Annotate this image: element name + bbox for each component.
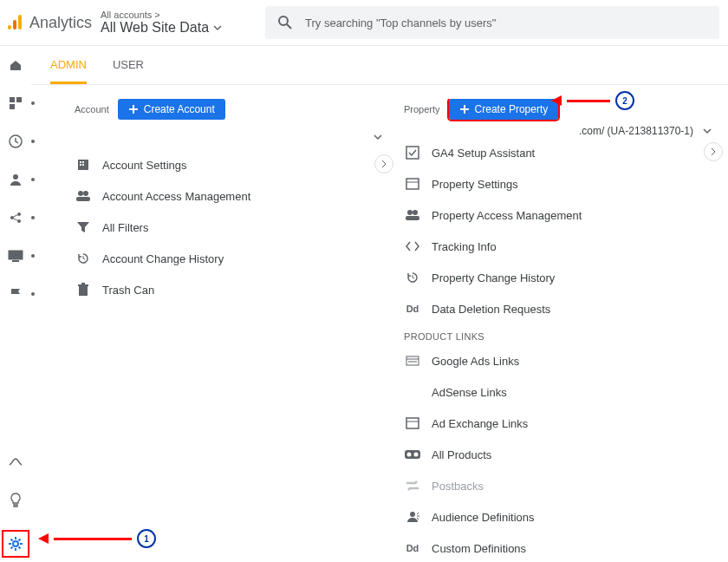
svg-rect-17 [80, 161, 81, 163]
dd-icon: Dd [404, 304, 421, 314]
discover-nav[interactable] [7, 492, 24, 509]
account-dropdown[interactable] [75, 125, 383, 149]
search-input[interactable]: Try searching "Top channels by users" [265, 6, 719, 39]
custom-definitions[interactable]: DdCustom Definitions [404, 533, 725, 562]
attribution-nav[interactable] [7, 454, 24, 471]
svg-point-12 [17, 219, 21, 223]
analytics-logo-icon [5, 13, 24, 32]
panel-icon [404, 417, 421, 429]
chevron-down-icon [702, 126, 712, 136]
trash-icon [75, 283, 92, 297]
conversions-nav[interactable] [7, 285, 24, 303]
infinity-icon [404, 449, 421, 460]
svg-rect-36 [406, 418, 419, 428]
code-icon [404, 241, 421, 252]
postbacks[interactable]: Postbacks [404, 470, 725, 501]
acquisition-nav[interactable] [7, 209, 24, 226]
trash-can[interactable]: Trash Can [75, 274, 395, 305]
screens-icon [7, 247, 24, 265]
svg-point-40 [414, 453, 419, 457]
tracking-info[interactable]: Tracking Info [404, 231, 725, 262]
account-items: Account Settings Account Access Manageme… [75, 149, 395, 305]
svg-point-22 [83, 191, 88, 196]
realtime-nav[interactable] [7, 133, 24, 150]
lightbulb-icon [7, 492, 24, 509]
property-label: Property [404, 104, 440, 114]
google-ads-links[interactable]: Google Ads Links [404, 345, 725, 376]
svg-rect-20 [82, 164, 84, 166]
search-icon [277, 15, 293, 30]
svg-rect-32 [406, 216, 419, 220]
svg-point-31 [413, 210, 418, 215]
building-icon [75, 158, 92, 172]
plus-icon [459, 104, 470, 114]
tab-admin[interactable]: ADMIN [50, 58, 87, 84]
property-items: GA4 Setup Assistant Property Settings Pr… [404, 137, 725, 562]
svg-rect-25 [78, 284, 88, 286]
breadcrumb[interactable]: All accounts > All Web Site Data [101, 10, 265, 36]
svg-rect-28 [406, 179, 419, 189]
property-settings[interactable]: Property Settings [404, 168, 725, 199]
property-change-history[interactable]: Property Change History [404, 262, 725, 293]
search-placeholder: Try searching "Top channels by users" [305, 16, 496, 29]
people-icon [75, 190, 92, 202]
property-dropdown[interactable]: .com/ (UA-213811370-1) [404, 125, 712, 137]
account-change-history[interactable]: Account Change History [75, 243, 395, 274]
tab-user[interactable]: USER [113, 58, 144, 84]
expand-icon[interactable] [374, 154, 393, 173]
audience-definitions[interactable]: Audience Definitions [404, 501, 725, 533]
attribution-icon [7, 454, 24, 471]
home-icon [7, 56, 24, 74]
all-filters[interactable]: All Filters [75, 212, 395, 243]
behavior-nav[interactable] [7, 247, 24, 265]
property-access-management[interactable]: Property Access Management [404, 199, 725, 231]
svg-rect-24 [79, 286, 88, 296]
svg-point-41 [410, 512, 415, 517]
grid-icon [7, 95, 24, 112]
svg-rect-2 [18, 15, 22, 29]
expand-icon[interactable] [704, 142, 723, 161]
svg-rect-5 [10, 97, 15, 102]
app-name: Analytics [29, 14, 92, 32]
plus-icon [128, 104, 139, 114]
checkbox-icon [404, 146, 421, 160]
side-rail [0, 46, 31, 562]
ads-icon [404, 356, 421, 366]
all-products[interactable]: All Products [404, 439, 725, 470]
svg-rect-19 [80, 164, 81, 166]
admin-tabs: ADMIN USER [31, 58, 728, 85]
create-property-button[interactable]: Create Property [449, 99, 559, 120]
dd-icon: Dd [404, 543, 421, 553]
svg-point-11 [17, 212, 21, 216]
svg-rect-26 [81, 283, 85, 284]
svg-point-9 [13, 174, 18, 180]
admin-nav[interactable] [2, 530, 29, 558]
person-icon [7, 171, 24, 188]
home-nav[interactable] [7, 56, 24, 74]
share-icon [7, 209, 24, 226]
postbacks-icon [404, 480, 421, 491]
svg-rect-27 [406, 147, 419, 159]
audience-nav[interactable] [7, 171, 24, 188]
clock-icon [7, 133, 24, 150]
svg-point-39 [407, 453, 412, 457]
dashboards-nav[interactable] [7, 95, 24, 112]
data-deletion-requests[interactable]: DdData Deletion Requests [404, 293, 725, 324]
svg-rect-1 [13, 20, 16, 29]
account-settings[interactable]: Account Settings [75, 149, 395, 180]
account-label: Account [75, 104, 109, 114]
svg-point-15 [13, 541, 18, 546]
svg-point-30 [407, 210, 413, 215]
ad-exchange-links[interactable]: Ad Exchange Links [404, 408, 725, 439]
create-account-button[interactable]: Create Account [118, 99, 225, 120]
account-access-management[interactable]: Account Access Management [75, 180, 395, 212]
svg-point-21 [78, 191, 83, 196]
filter-icon [75, 221, 92, 233]
svg-rect-0 [8, 25, 11, 29]
svg-rect-6 [16, 97, 22, 102]
adsense-links[interactable]: AdSense Links [404, 376, 725, 408]
ga4-setup-assistant[interactable]: GA4 Setup Assistant [404, 137, 725, 168]
svg-rect-18 [82, 161, 84, 163]
svg-rect-33 [406, 356, 419, 365]
flag-icon [7, 285, 24, 303]
